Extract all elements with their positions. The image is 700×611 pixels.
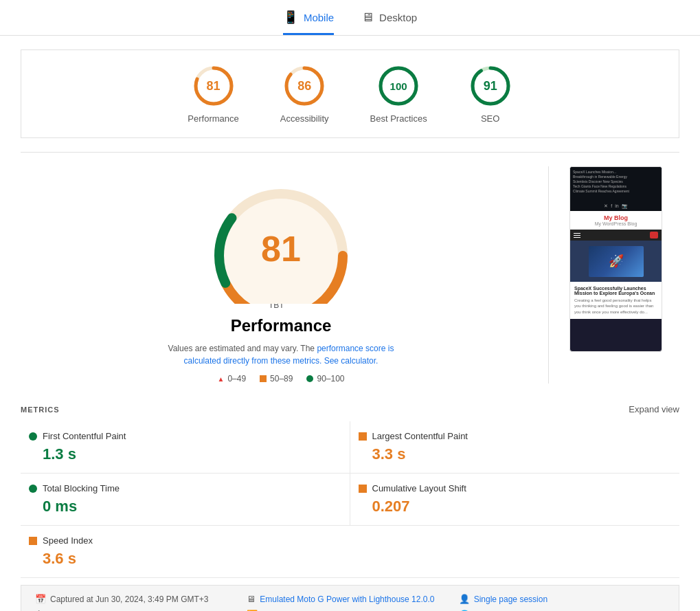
cls-name: Cumulative Layout Shift — [372, 483, 466, 493]
legend-red: ▲ 0–49 — [217, 374, 246, 384]
lcp-header: Largest Contentful Paint — [359, 431, 672, 441]
svg-text:81: 81 — [261, 229, 301, 269]
cls-dot — [359, 485, 367, 493]
tbt-name: Total Blocking Time — [43, 483, 120, 493]
user-icon: 👤 — [459, 594, 470, 604]
device-link[interactable]: Emulated Moto G Power with Lighthouse 12… — [260, 595, 434, 604]
best-practices-score: 100 — [390, 80, 407, 92]
metric-fcp: First Contentful Paint 1.3 s — [21, 421, 350, 474]
metric-si: Speed Index 3.6 s — [21, 526, 350, 578]
tbt-header: Total Blocking Time — [29, 483, 341, 493]
fcp-name: First Contentful Paint — [43, 431, 126, 441]
lcp-name: Largest Contentful Paint — [372, 431, 468, 441]
preview-article-title: SpaceX Successfully Launches Mission to … — [574, 286, 657, 296]
preview-article-text: Creating a feel good personality that he… — [574, 298, 657, 315]
score-best-practices: 100 Best Practices — [370, 64, 427, 124]
lcp-dot — [359, 432, 367, 441]
tab-mobile[interactable]: 📱 Mobile — [283, 10, 334, 35]
performance-score: 81 — [207, 79, 221, 93]
si-value: 3.6 s — [29, 550, 342, 568]
legend-orange-label: 50–89 — [270, 374, 293, 384]
metrics-grid: First Contentful Paint 1.3 s Largest Con… — [21, 421, 679, 578]
expand-view-button[interactable]: Expand view — [629, 404, 679, 414]
footer-captured: 📅 Captured at Jun 30, 2024, 3:49 PM GMT+… — [35, 594, 241, 604]
fcp-header: First Contentful Paint — [29, 431, 341, 441]
gauge-container: SI FCP LCP CLS TBT 81 — [192, 166, 370, 311]
accessibility-label: Accessibility — [280, 113, 329, 124]
legend-green-label: 90–100 — [317, 374, 344, 384]
preview-dark-text: SpaceX Launches Mission... Breakthrough … — [573, 170, 659, 194]
tbt-value: 0 ms — [29, 498, 341, 515]
session-link[interactable]: Single page session — [474, 595, 547, 604]
perf-desc-text: Values are estimated and may vary. The — [168, 344, 315, 353]
preview-nav — [570, 230, 662, 241]
preview-white-section: My Blog My WordPress Blog 🚀 — [570, 211, 662, 319]
calculator-link[interactable]: See calculator. — [324, 356, 379, 366]
desktop-icon: 🖥 — [361, 10, 374, 25]
best-practices-circle: 100 — [376, 64, 420, 108]
nav-line — [574, 235, 580, 236]
fcp-dot — [29, 432, 37, 441]
cls-header: Cumulative Layout Shift — [359, 483, 672, 493]
seo-score: 91 — [484, 79, 497, 93]
main-section: SI FCP LCP CLS TBT 81 Performance Values… — [0, 153, 700, 397]
calendar-icon: 📅 — [35, 594, 46, 604]
hamburger-icon — [574, 233, 580, 238]
preview-article: SpaceX Successfully Launches Mission to … — [570, 282, 662, 319]
metric-lcp: Largest Contentful Paint 3.3 s — [350, 421, 680, 474]
preview-section: SpaceX Launches Mission... Breakthrough … — [569, 166, 666, 352]
preview-blog-title-section: My Blog My WordPress Blog — [570, 211, 662, 230]
tab-desktop[interactable]: 🖥 Desktop — [361, 10, 417, 35]
score-accessibility: 86 Accessibility — [280, 64, 329, 124]
nav-search-icon — [650, 232, 658, 238]
mobile-icon: 📱 — [283, 10, 298, 25]
seo-circle: 91 — [468, 64, 512, 108]
legend-orange: 50–89 — [260, 374, 293, 384]
preview-blog-sub: My WordPress Blog — [576, 221, 656, 226]
fcp-value: 1.3 s — [29, 445, 341, 463]
metrics-section: METRICS Expand view First Contentful Pai… — [21, 397, 679, 578]
scores-section: 81 Performance 86 Accessibility 100 Best… — [21, 49, 679, 138]
metric-empty — [350, 526, 680, 578]
site-preview: SpaceX Launches Mission... Breakthrough … — [569, 166, 662, 352]
perf-desc: Values are estimated and may vary. The p… — [157, 342, 405, 367]
preview-hero-image: 🚀 — [570, 241, 662, 282]
si-name: Speed Index — [43, 535, 93, 546]
gauge-svg: 81 — [192, 166, 370, 304]
preview-dark-header: SpaceX Launches Mission... Breakthrough … — [570, 167, 662, 201]
legend-red-label: 0–49 — [227, 374, 246, 384]
performance-label: Performance — [188, 113, 238, 124]
si-header: Speed Index — [29, 535, 342, 546]
tbt-dot — [29, 485, 37, 493]
tab-bar: 📱 Mobile 🖥 Desktop — [0, 0, 700, 36]
metric-tbt: Total Blocking Time 0 ms — [21, 474, 350, 526]
preview-social-row: ✕ f in 📷 — [570, 201, 662, 211]
perf-title: Performance — [34, 316, 528, 335]
accessibility-circle: 86 — [282, 64, 326, 108]
footer-device: 🖥 Emulated Moto G Power with Lighthouse … — [247, 594, 453, 604]
metric-cls: Cumulative Layout Shift 0.207 — [350, 474, 680, 526]
footer-section: 📅 Captured at Jun 30, 2024, 3:49 PM GMT+… — [21, 585, 679, 611]
preview-blog-name: My Blog — [576, 214, 656, 221]
metrics-title: METRICS — [21, 406, 60, 414]
si-dot — [29, 537, 37, 545]
hero-img-inner: 🚀 — [589, 246, 644, 277]
metrics-header: METRICS Expand view — [21, 397, 679, 421]
score-seo: 91 SEO — [468, 64, 512, 124]
vertical-divider — [548, 166, 549, 384]
cls-value: 0.207 — [359, 498, 672, 515]
legend-green: 90–100 — [306, 374, 344, 384]
best-practices-label: Best Practices — [370, 113, 427, 124]
legend: ▲ 0–49 50–89 90–100 — [34, 374, 528, 384]
footer-session: 👤 Single page session — [459, 594, 665, 604]
gauge-section: SI FCP LCP CLS TBT 81 Performance Values… — [34, 166, 528, 384]
nav-line — [574, 233, 580, 234]
device-icon: 🖥 — [247, 594, 256, 604]
lcp-value: 3.3 s — [359, 445, 672, 463]
performance-circle: 81 — [192, 64, 236, 108]
captured-text: Captured at Jun 30, 2024, 3:49 PM GMT+3 — [50, 595, 208, 604]
score-performance: 81 Performance — [188, 64, 238, 124]
accessibility-score: 86 — [297, 79, 311, 93]
tab-desktop-label: Desktop — [379, 12, 417, 23]
seo-label: SEO — [481, 113, 499, 124]
